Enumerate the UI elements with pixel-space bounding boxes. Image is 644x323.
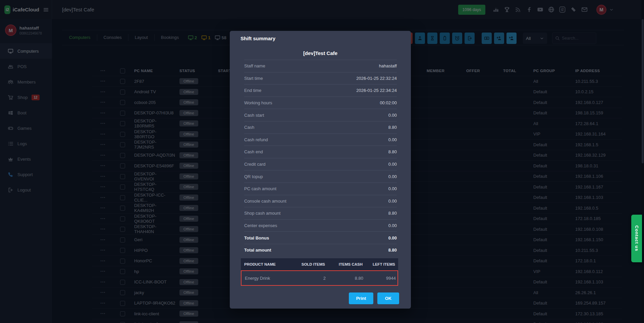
modal-cafe-name: [dev]Test Cafe: [230, 50, 411, 56]
summary-label: Total amount: [244, 248, 271, 253]
summary-value: 0.00: [388, 223, 397, 228]
print-button[interactable]: Print: [349, 292, 373, 304]
summary-row: Cash end 8.80: [244, 146, 397, 158]
summary-row: Total Bonus 0.00: [244, 231, 397, 244]
summary-row: Working hours 00:02:00: [244, 97, 397, 109]
modal-buttons: Print OK: [349, 292, 399, 304]
summary-label: Shop cash amount: [244, 211, 280, 216]
summary-value: 2026-01-25 22:34:24: [356, 88, 397, 93]
summary-value: 8.80: [388, 149, 397, 154]
sold-items: 2: [297, 276, 329, 281]
summary-row: Shop cash amount 8.80: [244, 207, 397, 219]
summary-label: Credit card: [244, 162, 266, 167]
ok-button[interactable]: OK: [377, 292, 399, 304]
summary-value: 8.80: [388, 125, 397, 130]
summary-label: PC cash amount: [244, 186, 276, 191]
summary-row: QR topup 0.00: [244, 170, 397, 182]
product-table-body: Energy Drink 2 8.80 9944: [241, 270, 398, 286]
product-name: Energy Drink: [241, 276, 297, 281]
summary-label: Cash end: [244, 149, 263, 154]
product-row-highlighted: Energy Drink 2 8.80 9944: [241, 270, 398, 286]
shift-summary-rows: Staff name hahastaff Start time 2026-01-…: [244, 60, 397, 256]
summary-row: Start time 2026-01-25 22:32:24: [244, 72, 397, 85]
summary-value: 0.00: [388, 186, 397, 191]
summary-value: 00:02:00: [380, 100, 397, 105]
summary-value: 8.80: [388, 248, 397, 253]
summary-label: Working hours: [244, 100, 272, 105]
summary-value: 2026-01-25 22:32:24: [356, 76, 397, 81]
modal-title: Shift summary: [240, 36, 275, 41]
contact-us-tab[interactable]: Contact us: [631, 215, 642, 262]
summary-row: Total amount 8.80: [244, 244, 397, 256]
summary-row: Cash start 0.00: [244, 109, 397, 121]
summary-value: 8.80: [388, 211, 397, 216]
summary-label: Cash start: [244, 113, 264, 118]
summary-label: End time: [244, 88, 261, 93]
summary-value: 0.00: [388, 199, 397, 204]
summary-label: QR topup: [244, 174, 263, 179]
left-items: 9944: [366, 276, 399, 281]
product-table: PRODUCT NAME SOLD ITEMS ITEMS CASH LEFT …: [241, 258, 398, 286]
summary-row: Center expenses 0.00: [244, 219, 397, 232]
summary-label: Console cash amount: [244, 199, 286, 204]
summary-value: 0.00: [388, 137, 397, 142]
summary-value: hahastaff: [379, 63, 397, 68]
summary-label: Staff name: [244, 63, 265, 68]
summary-row: Cash 8.80: [244, 121, 397, 133]
summary-label: Cash: [244, 125, 254, 130]
summary-label: Center expenses: [244, 223, 277, 228]
items-cash: 8.80: [329, 276, 366, 281]
summary-row: Staff name hahastaff: [244, 60, 397, 72]
summary-row: Cash refund 0.00: [244, 133, 397, 146]
shift-summary-modal: Shift summary [dev]Test Cafe Staff name …: [230, 31, 411, 309]
summary-value: 0.00: [388, 162, 397, 167]
summary-value: 0.00: [388, 235, 397, 240]
summary-value: 0.00: [388, 174, 397, 179]
summary-label: Start time: [244, 76, 263, 81]
summary-row: End time 2026-01-25 22:34:24: [244, 84, 397, 97]
summary-label: Total Bonus: [244, 235, 269, 240]
product-table-header: PRODUCT NAME SOLD ITEMS ITEMS CASH LEFT …: [241, 258, 398, 270]
summary-row: Credit card 0.00: [244, 158, 397, 170]
summary-row: Console cash amount 0.00: [244, 195, 397, 207]
icafecloud-app: i2 iCafeCloud [dev]Test Cafe 1096 days: [0, 0, 644, 323]
summary-row: PC cash amount 0.00: [244, 182, 397, 195]
summary-value: 0.00: [388, 113, 397, 118]
summary-label: Cash refund: [244, 137, 268, 142]
